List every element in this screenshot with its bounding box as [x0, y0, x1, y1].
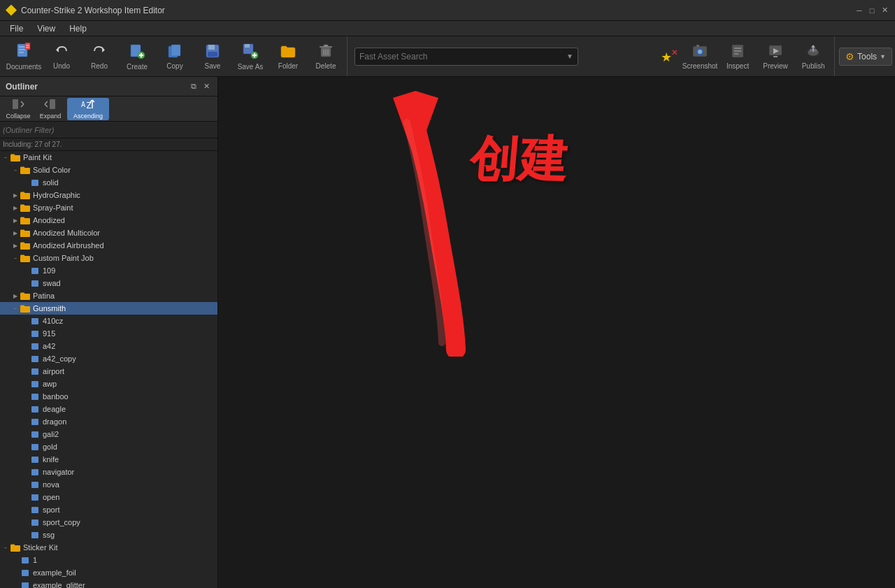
tree-node-deagle[interactable]: deagle [0, 403, 217, 415]
outliner-toolbar: Collapse Expand AZ Ascending [0, 96, 217, 122]
svg-rect-63 [31, 394, 38, 400]
tree-node-anodized[interactable]: ▶Anodized [0, 214, 217, 227]
save-as-button[interactable]: Save As [232, 39, 268, 74]
tree-label: HydroGraphic [33, 191, 80, 199]
screenshot-button[interactable]: Screenshot [682, 39, 718, 74]
filter-input[interactable] [3, 126, 215, 134]
redo-icon [92, 43, 107, 61]
menu-help[interactable]: Help [62, 22, 94, 35]
inspect-button[interactable]: Inspect [719, 39, 756, 74]
tree-label: navigator [43, 468, 74, 476]
tree-node-a42[interactable]: a42 [0, 340, 217, 352]
svg-rect-16 [208, 45, 215, 50]
copy-button[interactable]: Copy [157, 39, 193, 74]
redo-label: Redo [91, 62, 108, 70]
maximize-button[interactable]: □ [867, 6, 877, 15]
svg-rect-59 [31, 343, 38, 350]
tree-label: deagle [43, 405, 66, 413]
tree-node-sk-1[interactable]: 1 [0, 554, 217, 566]
tree-node-patina[interactable]: ▶Patina [0, 289, 217, 302]
svg-marker-42 [811, 45, 815, 48]
tree-node-sport[interactable]: sport [0, 503, 217, 516]
x-badge-icon: ✕ [671, 48, 678, 57]
close-button[interactable]: ✕ [880, 6, 889, 15]
tree-container[interactable]: −Paint Kit−Solid Colorsolid▶HydroGraphic… [0, 151, 217, 588]
publish-label: Publish [802, 62, 825, 70]
tree-node-example-glitter[interactable]: example_glitter [0, 579, 217, 588]
save-as-icon [242, 43, 259, 62]
svg-rect-74 [31, 532, 38, 538]
redo-button[interactable]: Redo [81, 39, 117, 74]
svg-rect-1 [19, 46, 26, 48]
undo-button[interactable]: Undo [43, 39, 80, 74]
tree-node-109[interactable]: 109 [0, 264, 217, 277]
tree-node-a42-copy[interactable]: a42_copy [0, 352, 217, 365]
collapse-button[interactable]: Collapse [3, 98, 34, 120]
menu-view[interactable]: View [30, 22, 62, 35]
folder-icon [20, 241, 31, 250]
inspect-icon [730, 43, 745, 61]
save-label: Save [205, 62, 221, 70]
item-icon [20, 581, 31, 588]
tree-node-banboo[interactable]: banboo [0, 390, 217, 403]
search-input[interactable] [359, 52, 566, 62]
tree-node-ssg[interactable]: ssg [0, 529, 217, 541]
tree-node-anodized-multicolor[interactable]: ▶Anodized Multicolor [0, 227, 217, 239]
copy-icon [167, 43, 182, 61]
tree-node-awp[interactable]: awp [0, 378, 217, 390]
folder-button[interactable]: Folder [270, 39, 306, 74]
expand-button[interactable]: Expand [35, 98, 66, 120]
tree-label: awp [43, 380, 57, 388]
collapse-icon [12, 99, 24, 112]
folder-icon [20, 216, 31, 224]
tree-node-sport-copy[interactable]: sport_copy [0, 516, 217, 529]
tree-node-solid[interactable]: solid [0, 176, 217, 189]
tree-node-hydrographic[interactable]: ▶HydroGraphic [0, 189, 217, 201]
tree-node-anodized-airbrushed[interactable]: ▶Anodized Airbrushed [0, 239, 217, 252]
minimize-button[interactable]: ─ [854, 6, 864, 15]
tree-node-solid-color[interactable]: −Solid Color [0, 164, 217, 176]
tree-node-410cz[interactable]: 410cz [0, 315, 217, 327]
tree-node-spray-paint[interactable]: ▶Spray-Paint [0, 201, 217, 214]
preview-button[interactable]: Preview [757, 39, 794, 74]
tree-node-swad[interactable]: swad [0, 277, 217, 289]
tree-node-airport[interactable]: airport [0, 365, 217, 378]
documents-button[interactable]: Documents [6, 39, 42, 74]
tree-node-open[interactable]: open [0, 491, 217, 503]
outliner-close-button[interactable]: ✕ [201, 81, 212, 92]
tree-node-example-foil[interactable]: example_foil [0, 566, 217, 579]
copy-label: Copy [166, 62, 182, 70]
delete-label: Delete [316, 62, 336, 70]
delete-button[interactable]: Delete [308, 39, 344, 74]
tree-node-gunsmith[interactable]: −Gunsmith [0, 302, 217, 315]
tree-node-paint-kit[interactable]: −Paint Kit [0, 151, 217, 164]
menu-bar: File View Help [0, 21, 895, 36]
tree-node-gold[interactable]: gold [0, 440, 217, 453]
ascending-button[interactable]: AZ Ascending [67, 98, 109, 120]
folder-icon [10, 543, 21, 552]
save-button[interactable]: Save [194, 39, 231, 74]
svg-rect-54 [31, 180, 38, 186]
tools-button[interactable]: ⚙ Tools ▼ [839, 48, 892, 66]
create-button[interactable]: Create [119, 39, 155, 74]
tree-node-sticker-kit[interactable]: −Sticker Kit [0, 541, 217, 554]
menu-file[interactable]: File [3, 22, 30, 35]
tree-node-custom-paint-job[interactable]: −Custom Paint Job [0, 252, 217, 264]
svg-rect-43 [13, 99, 18, 109]
tree-label: 1 [33, 556, 37, 564]
tree-node-nova[interactable]: nova [0, 478, 217, 491]
tree-node-915[interactable]: 915 [0, 327, 217, 340]
item-icon [29, 531, 41, 539]
tree-node-knife[interactable]: knife [0, 453, 217, 466]
svg-rect-14 [171, 45, 180, 56]
svg-line-45 [21, 104, 24, 107]
ascending-icon: AZ [80, 99, 96, 112]
outliner-restore-button[interactable]: ⧉ [188, 81, 199, 92]
svg-rect-17 [208, 52, 217, 57]
star-x-icon[interactable]: ★ ✕ [661, 50, 675, 64]
tree-node-dragon[interactable]: dragon [0, 415, 217, 428]
search-dropdown-icon[interactable]: ▼ [566, 52, 573, 60]
publish-button[interactable]: Publish [795, 39, 831, 74]
tree-node-gali2[interactable]: gali2 [0, 428, 217, 440]
tree-node-navigator[interactable]: navigator [0, 466, 217, 478]
